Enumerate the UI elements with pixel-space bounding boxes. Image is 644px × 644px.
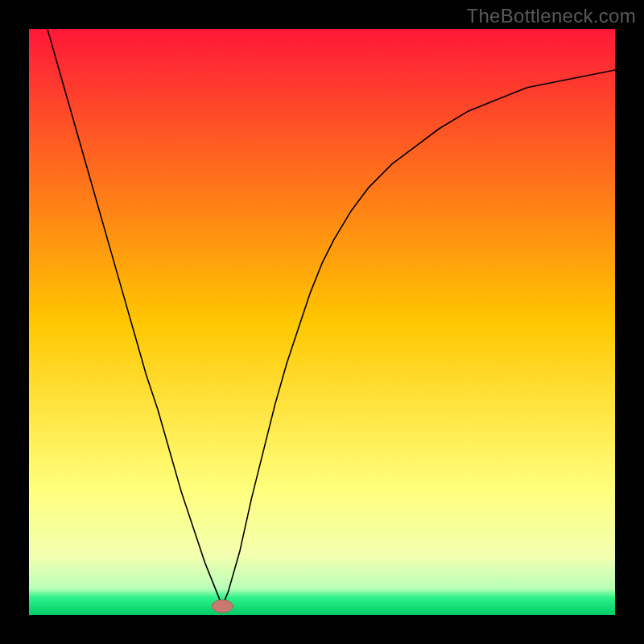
gradient-background: [29, 29, 615, 615]
chart-svg: [29, 29, 615, 615]
plot-area: [29, 29, 615, 615]
watermark: TheBottleneck.com: [466, 5, 636, 27]
optimal-point-marker: [212, 600, 233, 613]
chart-frame: TheBottleneck.com: [0, 0, 644, 644]
